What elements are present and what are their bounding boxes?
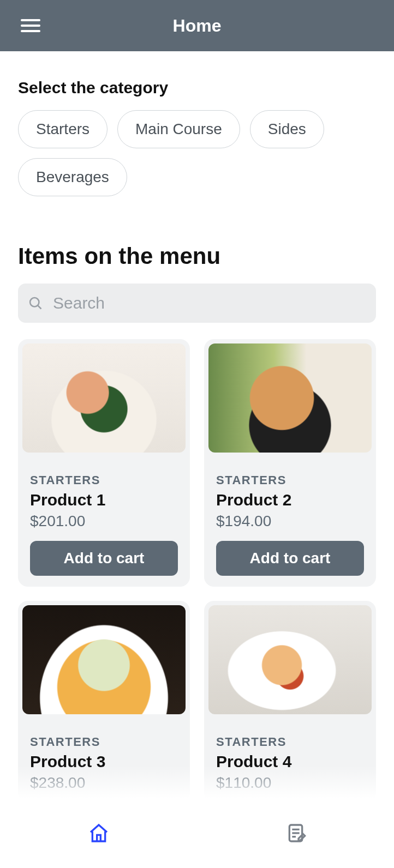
category-chip-starters[interactable]: Starters	[18, 110, 108, 148]
product-price: $110.00	[216, 774, 364, 792]
product-name: Product 1	[30, 491, 178, 509]
search-icon	[28, 296, 43, 311]
product-image	[208, 343, 372, 453]
category-label: Select the category	[18, 79, 376, 97]
svg-line-1	[38, 305, 41, 309]
product-name: Product 4	[216, 752, 364, 771]
category-chip-main-course[interactable]: Main Course	[117, 110, 240, 148]
nav-home[interactable]	[0, 798, 197, 868]
add-to-cart-button[interactable]: Add to cart	[30, 541, 178, 576]
search-field[interactable]	[18, 284, 376, 323]
bottom-nav	[0, 798, 394, 868]
items-heading: Items on the menu	[18, 243, 376, 269]
category-chip-sides[interactable]: Sides	[250, 110, 324, 148]
product-image	[22, 343, 186, 453]
product-card[interactable]: STARTERS Product 2 $194.00 Add to cart	[204, 339, 376, 587]
product-image	[22, 605, 186, 714]
product-price: $194.00	[216, 513, 364, 530]
menu-icon[interactable]	[21, 16, 40, 35]
document-edit-icon	[285, 822, 307, 844]
product-category: STARTERS	[216, 735, 364, 749]
product-price: $201.00	[30, 513, 178, 530]
product-category: STARTERS	[30, 735, 178, 749]
page-title: Home	[173, 16, 222, 36]
product-name: Product 3	[30, 752, 178, 771]
category-chip-row: Starters Main Course Sides Beverages	[18, 110, 376, 196]
home-icon	[88, 822, 110, 844]
product-card[interactable]: STARTERS Product 1 $201.00 Add to cart	[18, 339, 190, 587]
add-to-cart-button[interactable]: Add to cart	[216, 541, 364, 576]
product-price: $238.00	[30, 774, 178, 792]
product-name: Product 2	[216, 491, 364, 509]
nav-orders[interactable]	[197, 798, 394, 868]
top-bar: Home	[0, 0, 394, 51]
product-category: STARTERS	[216, 473, 364, 487]
product-card[interactable]: STARTERS Product 3 $238.00	[18, 601, 190, 803]
product-card[interactable]: STARTERS Product 4 $110.00	[204, 601, 376, 803]
product-category: STARTERS	[30, 473, 178, 487]
search-input[interactable]	[53, 294, 366, 312]
category-chip-beverages[interactable]: Beverages	[18, 158, 127, 196]
svg-point-0	[30, 298, 39, 306]
product-grid: STARTERS Product 1 $201.00 Add to cart S…	[18, 339, 376, 803]
product-image	[208, 605, 372, 714]
